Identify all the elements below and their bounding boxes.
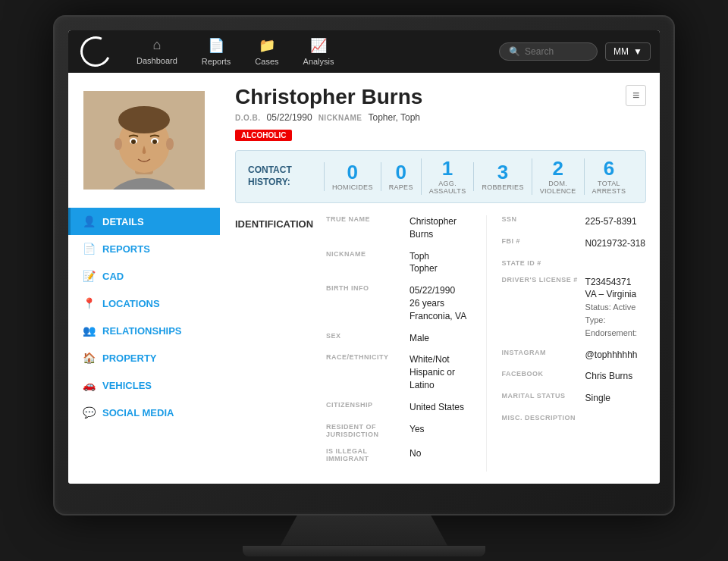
total-arrests-count: 6 xyxy=(592,158,626,178)
nav-item-cases[interactable]: 📁 Cases xyxy=(244,33,289,71)
sidebar-label-relationships: RELATIONSHIPS xyxy=(102,325,182,337)
profile-meta: D.O.B. 05/22/1990 NICKNAME Topher, Toph xyxy=(235,112,422,123)
sidebar-item-details[interactable]: 👤 DETAILS xyxy=(68,208,220,235)
svg-point-10 xyxy=(166,138,174,150)
profile-info: Christopher Burns D.O.B. 05/22/1990 NICK… xyxy=(235,85,422,141)
true-name-label: TRUE NAME xyxy=(326,215,410,241)
id-row-nickname: NICKNAME TophTopher xyxy=(326,250,471,276)
drivers-license-label: DRIVER'S LICENSE # xyxy=(502,276,585,340)
nickname-value: Topher, Toph xyxy=(369,112,421,123)
sidebar-item-vehicles[interactable]: 🚗 VEHICLES xyxy=(68,371,220,399)
sidebar-item-reports[interactable]: 📄 REPORTS xyxy=(68,235,220,262)
sex-value: Male xyxy=(410,332,429,345)
property-icon: 🏠 xyxy=(83,352,95,364)
reports-icon: 📄 xyxy=(208,37,224,54)
stat-dom-violence: 2 DOM. VIOLENCE xyxy=(532,158,584,195)
sex-label: SEX xyxy=(326,332,410,345)
dom-violence-label: DOM. VIOLENCE xyxy=(540,180,576,195)
race-value: White/Not Hispanic or Latino xyxy=(410,353,471,391)
cad-icon: 📝 xyxy=(83,270,95,282)
sidebar-item-social-media[interactable]: 💬 SOCIAL MEDIA xyxy=(68,399,220,426)
person-icon: 👤 xyxy=(83,215,95,227)
svg-point-7 xyxy=(131,139,136,144)
homicides-count: 0 xyxy=(332,162,373,182)
drivers-license-value: T23454371VA – VirginiaStatus: ActiveType… xyxy=(585,276,637,340)
id-row-fbi: FBI # N0219732-318 xyxy=(502,237,647,250)
state-id-label: STATE ID # xyxy=(502,259,585,267)
citizenship-label: CITIZENSHIP xyxy=(326,401,410,414)
nav-item-analysis[interactable]: 📈 Analysis xyxy=(293,33,345,71)
search-input[interactable] xyxy=(525,46,593,57)
contact-history-label: CONTACT HISTORY: xyxy=(248,165,324,188)
profile-header: Christopher Burns D.O.B. 05/22/1990 NICK… xyxy=(235,85,646,141)
sidebar-label-property: PROPERTY xyxy=(102,353,157,364)
analysis-icon: 📈 xyxy=(310,37,327,54)
sidebar-item-locations[interactable]: 📍 LOCATIONS xyxy=(68,290,220,317)
birth-info-value: 05/22/199026 yearsFranconia, VA xyxy=(410,284,466,322)
stat-total-arrests: 6 TOTAL ARRESTS xyxy=(584,158,634,195)
search-box[interactable]: 🔍 xyxy=(499,42,598,61)
user-menu[interactable]: MM ▼ xyxy=(605,42,651,61)
agg-assaults-count: 1 xyxy=(429,158,466,178)
nav-label-dashboard: Dashboard xyxy=(136,56,177,65)
profile-photo xyxy=(83,91,205,190)
nickname-label: NICKNAME xyxy=(318,114,362,122)
svg-point-4 xyxy=(118,106,170,133)
social-media-icon: 💬 xyxy=(83,406,95,418)
instagram-value: @tophhhhhh xyxy=(585,349,638,362)
true-name-value: Christopher Burns xyxy=(410,215,471,241)
nav-item-reports[interactable]: 📄 Reports xyxy=(191,33,242,71)
sidebar-item-relationships[interactable]: 👥 RELATIONSHIPS xyxy=(68,317,220,344)
id-right-column: SSN 225-57-8391 FBI # N0219732-318 STATE… xyxy=(486,215,647,472)
rapes-count: 0 xyxy=(389,162,413,182)
reports-doc-icon: 📄 xyxy=(83,243,95,255)
rapes-label: RAPES xyxy=(389,183,413,191)
svg-point-9 xyxy=(115,138,122,150)
resident-label: RESIDENT OF JURISDICTION xyxy=(326,423,410,438)
illegal-value: No xyxy=(410,447,421,462)
id-row-instagram: INSTAGRAM @tophhhhhh xyxy=(502,349,647,362)
main-content: 👤 DETAILS 📄 REPORTS 📝 CAD 📍 xyxy=(68,73,660,484)
stat-homicides: 0 HOMICIDES xyxy=(324,162,381,191)
dom-violence-count: 2 xyxy=(540,158,576,178)
contact-history: CONTACT HISTORY: 0 HOMICIDES 0 RAPES 1 A… xyxy=(235,150,646,203)
sidebar-label-vehicles: VEHICLES xyxy=(102,380,152,391)
nav-item-dashboard[interactable]: ⌂ Dashboard xyxy=(126,33,188,71)
birth-info-label: BIRTH INFO xyxy=(326,284,410,322)
nav-label-reports: Reports xyxy=(202,57,231,66)
id-row-sex: SEX Male xyxy=(326,332,471,345)
sidebar-label-details: DETAILS xyxy=(102,216,144,227)
facebook-value: Chris Burns xyxy=(585,370,633,383)
svg-point-8 xyxy=(152,139,157,144)
sidebar-item-cad[interactable]: 📝 CAD xyxy=(68,262,220,290)
sidebar-label-reports: REPORTS xyxy=(102,243,150,255)
id-row-facebook: FACEBOOK Chris Burns xyxy=(502,370,647,383)
id-row-state-id: STATE ID # xyxy=(502,259,647,267)
stat-agg-assaults: 1 AGG. ASSAULTS xyxy=(421,158,474,195)
citizenship-value: United States xyxy=(410,401,464,414)
context-menu-button[interactable]: ≡ xyxy=(626,85,646,106)
search-icon: 🔍 xyxy=(509,46,520,57)
marital-status-label: MARITAL STATUS xyxy=(502,392,585,405)
identification-title: IDENTIFICATION xyxy=(235,215,326,472)
dob-value: 05/22/1990 xyxy=(267,112,312,123)
profile-name: Christopher Burns xyxy=(235,85,422,109)
id-row-drivers-license: DRIVER'S LICENSE # T23454371VA – Virgini… xyxy=(502,276,647,340)
home-icon: ⌂ xyxy=(152,37,161,53)
id-row-ssn: SSN 225-57-8391 xyxy=(502,215,647,228)
id-row-illegal: IS ILLEGAL IMMIGRANT No xyxy=(326,447,471,462)
user-initials: MM xyxy=(613,46,629,57)
vehicles-icon: 🚗 xyxy=(83,379,95,391)
top-nav: ⌂ Dashboard 📄 Reports 📁 Cases 📈 Analysis xyxy=(68,30,660,73)
sidebar-label-cad: CAD xyxy=(102,271,124,282)
nav-label-analysis: Analysis xyxy=(303,57,334,66)
ssn-value: 225-57-8391 xyxy=(585,215,637,228)
resident-value: Yes xyxy=(410,423,425,438)
nickname-id-value: TophTopher xyxy=(410,250,438,276)
ssn-label: SSN xyxy=(502,215,585,228)
id-row-true-name: TRUE NAME Christopher Burns xyxy=(326,215,471,241)
marital-status-value: Single xyxy=(585,392,610,405)
id-row-citizenship: CITIZENSHIP United States xyxy=(326,401,471,414)
sidebar-item-property[interactable]: 🏠 PROPERTY xyxy=(68,344,220,371)
id-row-marital-status: MARITAL STATUS Single xyxy=(502,392,647,405)
